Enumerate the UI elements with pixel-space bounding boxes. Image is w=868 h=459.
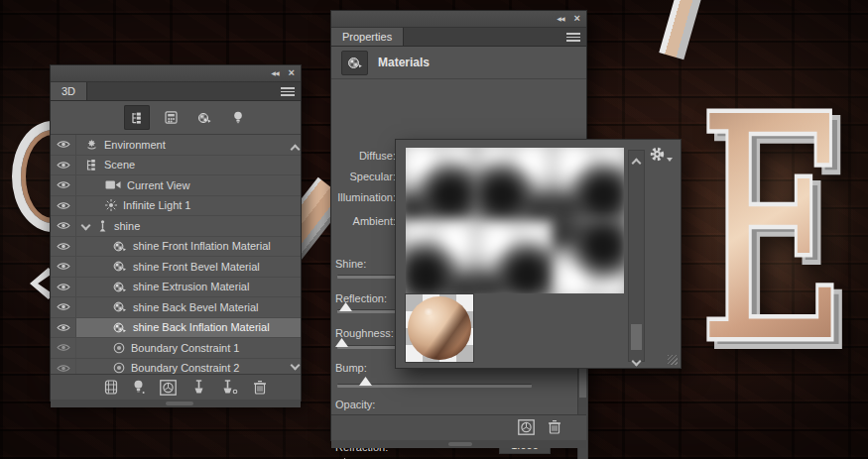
visibility-eye-icon[interactable] [51, 237, 76, 257]
properties-panel-titlebar: ◀◀ × [331, 11, 586, 28]
bump-label: Bump: [335, 362, 367, 374]
visibility-eye-icon[interactable] [51, 196, 76, 216]
material-sphere-icon [113, 322, 127, 333]
properties-toolbar [331, 414, 586, 440]
mesh-icon [97, 220, 108, 232]
material-thumbnail[interactable] [476, 221, 553, 294]
material-sphere-icon [113, 261, 127, 272]
collapse-panel-icon[interactable]: ◀◀ [271, 69, 278, 76]
environment-icon [85, 139, 98, 150]
visibility-eye-icon[interactable] [51, 175, 76, 195]
dropdown-arrow-icon [667, 158, 673, 162]
close-panel-icon[interactable]: × [574, 13, 580, 23]
close-panel-icon[interactable]: × [289, 67, 295, 77]
slider-thumb[interactable] [359, 377, 372, 386]
material-thumbnail[interactable] [553, 220, 624, 293]
diffuse-label: Diffuse: [333, 150, 396, 162]
scene-filter-icon[interactable] [124, 105, 150, 130]
row-label: shine Back Inflation Material [133, 321, 270, 333]
render-tool-icon[interactable] [160, 380, 177, 396]
delete-tool-icon[interactable] [253, 380, 267, 395]
resize-grip[interactable] [668, 355, 678, 365]
scroll-up-icon[interactable] [291, 139, 299, 157]
pin-tool-icon[interactable] [191, 380, 206, 395]
3d-row-scene[interactable]: Scene [51, 156, 301, 176]
opacity-label: Opacity: [335, 399, 375, 410]
light-tool-icon[interactable] [133, 380, 145, 395]
3d-row-material[interactable]: shine Front Inflation Material [51, 237, 301, 258]
canvas-letter-fragment-top [659, 0, 703, 59]
3d-object-list: Environment Scene Current View Infinite … [51, 135, 301, 374]
row-label: shine Front Inflation Material [133, 240, 271, 252]
scroll-up-icon[interactable] [632, 153, 640, 171]
material-sphere-icon [113, 241, 127, 252]
delete-tool-icon[interactable] [548, 419, 561, 434]
meshes-filter-icon[interactable] [158, 105, 184, 130]
visibility-eye-icon[interactable] [51, 318, 76, 338]
tab-properties[interactable]: Properties [331, 28, 404, 46]
scroll-down-icon[interactable] [291, 355, 299, 373]
material-thumbnail[interactable] [406, 148, 476, 220]
materials-section-header: Materials [331, 47, 586, 79]
visibility-eye-icon[interactable] [51, 297, 76, 317]
pin-plus-tool-icon[interactable] [221, 380, 238, 395]
materials-filter-icon[interactable] [191, 105, 217, 130]
visibility-eye-icon[interactable] [51, 338, 76, 358]
properties-hscrollbar[interactable] [331, 440, 586, 448]
material-thumbnail[interactable] [553, 148, 624, 220]
3d-row-constraint[interactable]: Boundary Constraint 1 [51, 338, 301, 359]
visibility-eye-icon[interactable] [51, 216, 76, 236]
specular-label: Specular: [333, 171, 396, 182]
mesh-tool-icon[interactable] [104, 380, 118, 395]
camera-icon [105, 180, 121, 189]
row-label: shine Back Bevel Material [133, 301, 259, 313]
material-thumbnail[interactable] [476, 148, 553, 220]
3d-panel-hscrollbar[interactable] [51, 400, 301, 407]
scroll-down-icon[interactable] [632, 351, 640, 369]
row-label: shine Front Bevel Material [133, 261, 260, 273]
3d-filter-bar [51, 101, 301, 135]
3d-panel-toolbar [51, 374, 301, 400]
3d-row-material[interactable]: shine Extrusion Material [51, 278, 301, 298]
panel-menu-icon[interactable] [566, 33, 580, 42]
picker-vscrollbar[interactable] [628, 150, 645, 362]
3d-row-material-selected[interactable]: shine Back Inflation Material [51, 318, 301, 339]
canvas-letter-e: E E [682, 87, 859, 353]
row-label: Boundary Constraint 1 [131, 342, 239, 354]
section-title: Materials [378, 56, 430, 69]
expand-chevron-icon[interactable] [81, 221, 91, 231]
row-label: shine [114, 220, 140, 232]
3d-row-shine-mesh[interactable]: shine [51, 216, 301, 237]
slider-thumb[interactable] [335, 338, 348, 347]
svg-text:E: E [698, 87, 847, 353]
3d-row-material[interactable]: shine Front Bevel Material [51, 257, 301, 278]
ambient-label: Ambient: [333, 215, 396, 227]
material-sphere-icon [113, 301, 127, 312]
bump-slider[interactable] [337, 384, 532, 388]
row-label: Boundary Constraint 2 [131, 362, 239, 374]
gear-icon[interactable] [650, 147, 665, 162]
visibility-eye-icon[interactable] [51, 156, 76, 175]
photoshop-canvas: E E ◀◀ × 3D [0, 0, 868, 459]
material-thumbnail[interactable] [406, 219, 476, 293]
3d-row-material[interactable]: shine Back Bevel Material [51, 297, 301, 318]
tab-3d[interactable]: 3D [51, 82, 87, 100]
collapse-panel-icon[interactable]: ◀◀ [557, 15, 563, 22]
scene-tree-icon [85, 160, 98, 171]
roughness-label: Roughness: [335, 327, 394, 339]
render-tool-icon[interactable] [518, 419, 535, 435]
visibility-eye-icon[interactable] [51, 135, 76, 155]
row-label: Environment [104, 139, 166, 151]
visibility-eye-icon[interactable] [51, 278, 76, 297]
visibility-eye-icon[interactable] [51, 359, 76, 375]
visibility-eye-icon[interactable] [51, 257, 76, 277]
picker-settings[interactable] [650, 147, 673, 162]
lights-filter-icon[interactable] [225, 105, 251, 130]
3d-row-constraint[interactable]: Boundary Constraint 2 [51, 359, 301, 375]
3d-row-infinite-light[interactable]: Infinite Light 1 [51, 196, 301, 217]
selected-material-thumbnail[interactable] [406, 294, 473, 362]
3d-row-environment[interactable]: Environment [51, 135, 301, 156]
panel-menu-icon[interactable] [281, 87, 295, 96]
3d-row-current-view[interactable]: Current View [51, 175, 301, 196]
properties-panel-tabbar: Properties [331, 28, 586, 47]
